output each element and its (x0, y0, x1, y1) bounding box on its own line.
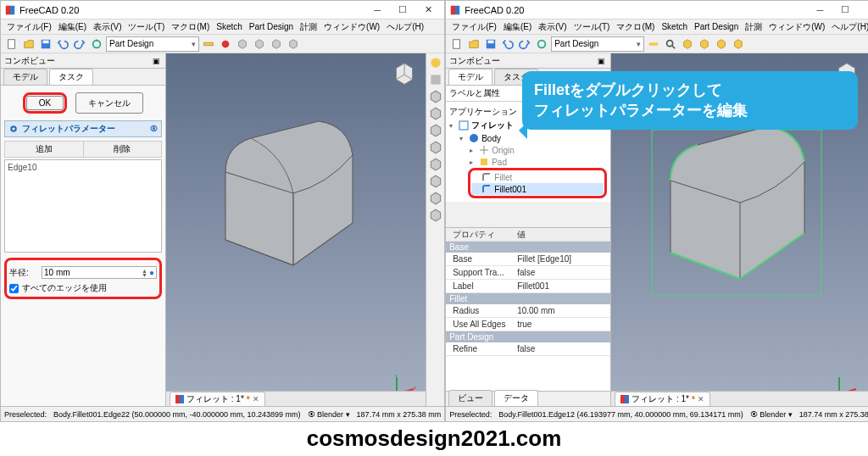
menu-macro[interactable]: マクロ(M) (169, 21, 212, 33)
menu-help[interactable]: ヘルプ(H) (384, 21, 426, 33)
tree-body[interactable]: ▾Body (449, 132, 607, 144)
record-icon[interactable] (218, 36, 233, 52)
redo-icon[interactable] (72, 36, 87, 52)
close-button[interactable]: ✕ (858, 1, 868, 19)
menu-file[interactable]: ファイル(F) (4, 21, 54, 33)
svg-rect-38 (620, 395, 625, 403)
close-icon[interactable]: ✕ (698, 395, 704, 403)
measure-icon[interactable] (646, 36, 661, 52)
tool-icon[interactable] (428, 191, 443, 206)
tool-icon[interactable] (428, 157, 443, 172)
tool-icon[interactable] (428, 55, 443, 70)
titlebar: FreeCAD 0.20 ─ ☐ ✕ (1, 1, 444, 19)
tab-task[interactable]: タスク (49, 69, 93, 85)
box1-icon[interactable] (235, 36, 250, 52)
search-icon[interactable] (663, 36, 678, 52)
menu-tool[interactable]: ツール(T) (125, 21, 167, 33)
prop-label[interactable]: LabelFillet001 (446, 280, 610, 293)
3d-model (200, 113, 378, 299)
box-icon[interactable] (680, 36, 695, 52)
prop-radius[interactable]: Radius10.00 mm (446, 304, 610, 318)
maximize-button[interactable]: ☐ (390, 1, 415, 19)
prop-base[interactable]: BaseFillet [Edge10] (446, 253, 610, 266)
workbench-selector[interactable]: Part Design (106, 36, 199, 52)
document-tab[interactable]: フィレット : 1**✕ (615, 392, 710, 406)
workbench-selector[interactable]: Part Design (551, 36, 644, 52)
collapse-icon[interactable]: ⦿ (150, 125, 158, 133)
panel-close-icon[interactable]: ▣ (150, 55, 162, 67)
svg-rect-0 (6, 5, 10, 14)
box3-icon[interactable] (269, 36, 284, 52)
tool-icon[interactable] (428, 89, 443, 104)
undo-icon[interactable] (500, 36, 515, 52)
nav-cube-icon[interactable] (388, 58, 420, 91)
tool-icon[interactable] (428, 140, 443, 155)
fillet-param-header[interactable]: フィレットパラメーター ⦿ (4, 120, 162, 137)
document-tab[interactable]: フィレット : 1**✕ (170, 392, 265, 406)
tab-model[interactable]: モデル (3, 69, 47, 85)
tool-icon[interactable] (428, 208, 443, 223)
radius-input[interactable]: 10 mm▲▼● (42, 266, 157, 279)
add-button[interactable]: 追加 (5, 142, 84, 157)
annotation-callout: Filletをダブルクリックして フィレットパラメーターを編集 (522, 71, 858, 130)
tree-fillet001[interactable]: Fillet001 (471, 183, 604, 195)
menu-window[interactable]: ウィンドウ(W) (321, 21, 382, 33)
prop-useall[interactable]: Use All Edgestrue (446, 318, 610, 331)
refresh-icon[interactable] (534, 36, 549, 52)
3d-viewport[interactable]: xzy フィレット : 1**✕ (166, 53, 426, 406)
svg-point-9 (13, 128, 15, 131)
body-icon (469, 133, 479, 143)
save-icon[interactable] (483, 36, 498, 52)
menu-edit[interactable]: 編集(E) (56, 21, 89, 33)
new-icon[interactable] (4, 36, 19, 52)
main-toolbar: Part Design (1, 35, 444, 53)
panel-close-icon[interactable]: ▣ (595, 55, 607, 67)
svg-text:z: z (395, 373, 398, 378)
window-title: FreeCAD 0.20 (19, 5, 364, 15)
open-icon[interactable] (21, 36, 36, 52)
tree-fillet[interactable]: Fillet (471, 171, 604, 183)
prop-support[interactable]: Support Tra...false (446, 266, 610, 280)
tab-model[interactable]: モデル (448, 69, 492, 85)
box-icon[interactable] (731, 36, 746, 52)
tool-icon[interactable] (428, 106, 443, 121)
box-icon[interactable] (714, 36, 729, 52)
refresh-icon[interactable] (89, 36, 104, 52)
box-icon[interactable] (697, 36, 712, 52)
nav-style[interactable]: ⦿ Blender ▾ (750, 410, 793, 419)
menu-partdesign[interactable]: Part Design (247, 22, 296, 31)
edge-list[interactable]: Edge10 (4, 159, 162, 253)
box2-icon[interactable] (252, 36, 267, 52)
minimize-button[interactable]: ─ (364, 1, 390, 19)
nav-style[interactable]: ⦿ Blender ▾ (308, 410, 350, 419)
close-icon[interactable]: ✕ (253, 395, 259, 403)
close-button[interactable]: ✕ (415, 1, 441, 19)
menu-measure[interactable]: 計測 (298, 21, 320, 33)
new-icon[interactable] (449, 36, 465, 52)
prop-refine[interactable]: Refinefalse (446, 342, 610, 356)
tab-view[interactable]: ビュー (448, 390, 492, 406)
redo-icon[interactable] (517, 36, 532, 52)
tool-icon[interactable] (428, 174, 443, 189)
tree-pad[interactable]: ▸Pad (449, 156, 607, 168)
maximize-button[interactable]: ☐ (832, 1, 858, 19)
tool-icon[interactable] (428, 72, 443, 87)
open-icon[interactable] (466, 36, 481, 52)
box4-icon[interactable] (286, 36, 301, 52)
save-icon[interactable] (38, 36, 53, 52)
all-edges-checkbox[interactable] (9, 284, 19, 293)
app-logo-icon (4, 4, 16, 16)
remove-button[interactable]: 削除 (84, 142, 162, 157)
minimize-button[interactable]: ─ (807, 1, 832, 19)
measure-icon[interactable] (201, 36, 216, 52)
tab-data[interactable]: データ (494, 390, 538, 406)
menu-sketch[interactable]: Sketch (214, 22, 245, 31)
menu-view[interactable]: 表示(V) (91, 21, 124, 33)
pad-icon (479, 157, 489, 167)
tree-origin[interactable]: ▸Origin (449, 144, 607, 156)
undo-icon[interactable] (55, 36, 70, 52)
origin-icon (479, 145, 489, 155)
cancel-button[interactable]: キャンセル (75, 92, 143, 114)
ok-button[interactable]: OK (26, 96, 64, 110)
tool-icon[interactable] (428, 123, 443, 138)
